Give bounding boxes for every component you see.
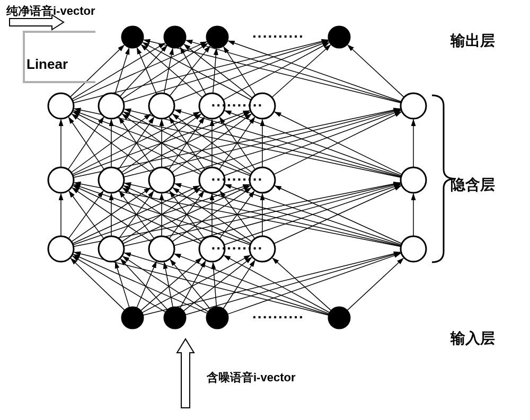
- svg-line-85: [123, 112, 251, 174]
- svg-text:··········: ··········: [211, 97, 263, 113]
- svg-text:··········: ··········: [211, 240, 263, 256]
- svg-point-138: [149, 236, 174, 262]
- svg-point-130: [48, 167, 74, 193]
- svg-point-125: [99, 93, 124, 119]
- svg-point-143: [164, 307, 186, 328]
- svg-point-144: [207, 307, 228, 328]
- svg-line-53: [274, 186, 401, 244]
- svg-point-129: [401, 93, 426, 119]
- ellipsis-dots: ········································…: [211, 28, 304, 325]
- svg-line-6: [73, 256, 166, 312]
- svg-text:··········: ··········: [252, 309, 304, 325]
- svg-line-101: [120, 46, 167, 96]
- svg-line-12: [74, 254, 208, 313]
- svg-point-142: [122, 307, 143, 328]
- svg-line-33: [122, 188, 201, 242]
- svg-line-115: [272, 45, 331, 97]
- svg-line-110: [213, 49, 216, 93]
- svg-point-122: [207, 26, 228, 48]
- linear-bracket: [24, 32, 95, 82]
- svg-line-42: [74, 186, 201, 244]
- svg-text:··········: ··········: [252, 28, 304, 44]
- svg-point-131: [99, 167, 124, 193]
- svg-text:··········: ··········: [211, 171, 263, 187]
- svg-line-78: [73, 112, 200, 174]
- svg-line-100: [115, 48, 129, 94]
- svg-line-1: [116, 262, 129, 308]
- svg-line-36: [72, 188, 151, 242]
- svg-line-106: [170, 46, 210, 96]
- svg-line-69: [121, 114, 201, 172]
- svg-point-132: [149, 167, 174, 193]
- svg-point-137: [99, 236, 124, 262]
- hidden-layer-brace: [432, 95, 455, 262]
- svg-point-141: [401, 236, 426, 262]
- svg-point-124: [48, 93, 74, 119]
- top-arrow-icon: [10, 15, 64, 30]
- svg-line-23: [347, 258, 403, 311]
- svg-point-120: [122, 26, 143, 48]
- bottom-arrow-icon: [177, 339, 194, 408]
- svg-line-10: [183, 257, 252, 311]
- svg-point-145: [329, 307, 350, 328]
- neural-network-diagram: ········································…: [0, 0, 530, 420]
- svg-line-72: [72, 114, 152, 172]
- svg-line-116: [144, 40, 401, 103]
- svg-point-136: [48, 236, 74, 262]
- svg-line-97: [72, 43, 165, 99]
- svg-point-123: [329, 26, 350, 48]
- svg-line-11: [185, 253, 400, 315]
- svg-line-22: [272, 258, 331, 310]
- svg-line-89: [274, 112, 401, 174]
- svg-point-126: [149, 93, 174, 119]
- svg-point-135: [401, 167, 426, 193]
- svg-point-121: [164, 26, 186, 48]
- svg-line-49: [124, 186, 251, 244]
- svg-line-111: [223, 42, 329, 100]
- decorations: [10, 15, 455, 408]
